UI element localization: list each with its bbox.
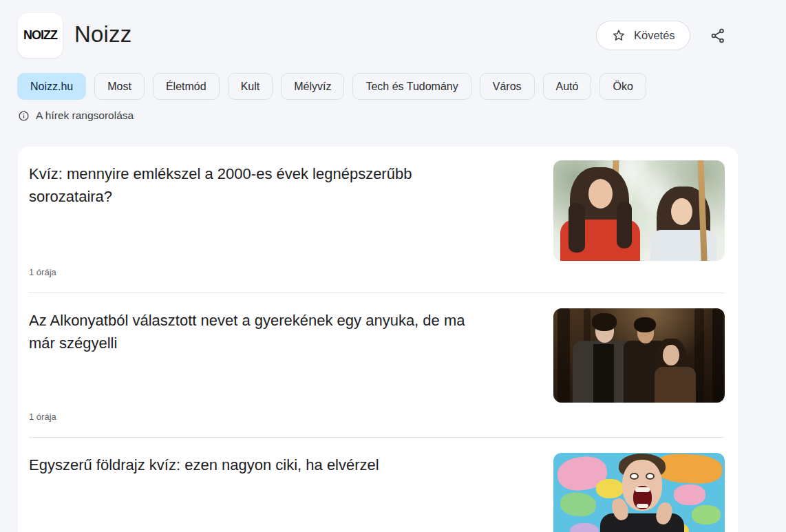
screaming-woman-teeth xyxy=(637,504,648,508)
woman-left-hair-strand xyxy=(569,203,585,253)
article-title[interactable]: Egyszerű földrajz kvíz: ezen nagyon ciki… xyxy=(29,454,379,476)
follow-button[interactable]: Követés xyxy=(596,21,690,50)
tab-most[interactable]: Most xyxy=(94,73,145,100)
screaming-woman-jacket xyxy=(600,513,684,532)
noizz-logo: NOIZZ xyxy=(18,13,63,58)
screaming-woman-eye xyxy=(646,473,655,480)
article-row-2: Az Alkonyatból választott nevet a gyerek… xyxy=(18,293,738,438)
woman-right-face xyxy=(671,198,692,225)
noizz-publisher-page: { "header": { "logo_text": "NOIZZ", "tit… xyxy=(0,0,786,532)
tree-trunk xyxy=(557,308,570,403)
article-thumbnail-swings[interactable] xyxy=(553,160,725,261)
tab-varos[interactable]: Város xyxy=(480,73,535,100)
map-country xyxy=(692,505,721,524)
tab-eletmod[interactable]: Életmód xyxy=(153,73,220,100)
tab-oko[interactable]: Öko xyxy=(599,73,646,100)
tree-trunk xyxy=(712,308,723,403)
article-title[interactable]: Kvíz: mennyire emlékszel a 2000-es évek … xyxy=(29,162,483,208)
page-title: Noizz xyxy=(74,21,132,47)
follow-button-label: Követés xyxy=(634,29,675,42)
tab-kult[interactable]: Kult xyxy=(228,73,273,100)
category-tabs: Noizz.hu Most Életmód Kult Mélyvíz Tech … xyxy=(17,73,646,100)
article-timestamp: 1 órája xyxy=(29,267,56,277)
map-country xyxy=(570,523,599,532)
share-icon xyxy=(710,28,726,44)
article-thumbnail-forest-trio[interactable] xyxy=(553,308,725,403)
map-country xyxy=(559,491,597,518)
screaming-woman-teeth xyxy=(635,487,650,492)
article-row-1: Kvíz: mennyire emlékszel a 2000-es évek … xyxy=(18,147,738,293)
man-left-shirt xyxy=(593,344,614,403)
woman-left-hair-strand xyxy=(617,202,632,248)
tab-tech-es-tudomany[interactable]: Tech és Tudomány xyxy=(352,73,471,100)
news-ranking-label: A hírek rangsorolása xyxy=(36,109,134,122)
woman-jacket xyxy=(655,367,696,403)
news-ranking-info[interactable]: A hírek rangsorolása xyxy=(18,109,134,122)
article-title[interactable]: Az Alkonyatból választott nevet a gyerek… xyxy=(29,309,483,354)
tab-melyviz[interactable]: Mélyvíz xyxy=(281,73,344,100)
map-country xyxy=(596,479,624,498)
woman-face xyxy=(663,345,679,365)
article-list-card: Kvíz: mennyire emlékszel a 2000-es évek … xyxy=(18,147,738,532)
noizz-logo-text: NOIZZ xyxy=(23,28,57,43)
article-timestamp: 1 órája xyxy=(29,412,56,422)
star-icon xyxy=(611,28,626,43)
map-country xyxy=(674,485,705,505)
woman-left-face xyxy=(588,179,613,209)
man-center-hair xyxy=(634,317,656,332)
article-row-3: Egyszerű földrajz kvíz: ezen nagyon ciki… xyxy=(18,438,738,532)
tab-auto[interactable]: Autó xyxy=(543,73,592,100)
article-thumbnail-world-map[interactable] xyxy=(553,453,725,532)
info-icon xyxy=(18,110,30,122)
screaming-woman-eye xyxy=(630,473,639,480)
tree-trunk xyxy=(694,308,704,403)
share-button[interactable] xyxy=(709,27,727,45)
tab-noizz-hu[interactable]: Noizz.hu xyxy=(17,73,86,100)
man-left-hair xyxy=(592,313,617,331)
